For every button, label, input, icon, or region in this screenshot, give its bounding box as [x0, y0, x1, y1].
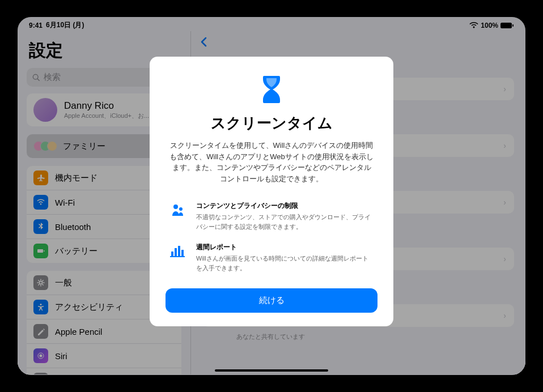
svg-rect-21 — [171, 252, 173, 256]
home-indicator[interactable] — [215, 369, 328, 372]
feature-desc: Willさんが画面を見ている時間についての詳細な週間レポートを入手できます。 — [196, 254, 374, 272]
svg-rect-23 — [178, 246, 180, 256]
feature-restrictions: コンテンツとプライバシーの制限 不適切なコンテンツ、ストアでの購入やダウンロード… — [166, 201, 377, 231]
screentime-modal: スクリーンタイム スクリーンタイムを使用して、Willさんのデバイスの使用時間も… — [150, 57, 393, 326]
modal-description: スクリーンタイムを使用して、Willさんのデバイスの使用時間も含めて、Willさ… — [166, 140, 377, 184]
feature-desc: 不適切なコンテンツ、ストアでの購入やダウンロード、プライバシーに関する設定を制限… — [196, 212, 374, 231]
svg-rect-22 — [175, 248, 177, 256]
svg-point-20 — [179, 207, 183, 211]
continue-button[interactable]: 続ける — [166, 288, 377, 313]
feature-report: 週間レポート Willさんが画面を見ている時間についての詳細な週間レポートを入手… — [166, 242, 377, 272]
hourglass-icon — [166, 74, 377, 105]
screen: 9:41 6月10日 (月) 100% 設定 検索 — [18, 17, 525, 375]
family-restrictions-icon — [169, 201, 187, 231]
ipad-frame: 9:41 6月10日 (月) 100% 設定 検索 — [5, 5, 538, 387]
bar-chart-icon — [169, 242, 187, 272]
modal-overlay: スクリーンタイム スクリーンタイムを使用して、Willさんのデバイスの使用時間も… — [18, 17, 525, 375]
feature-title: コンテンツとプライバシーの制限 — [196, 201, 374, 211]
svg-rect-24 — [181, 250, 184, 256]
modal-title: スクリーンタイム — [166, 113, 377, 133]
svg-point-19 — [173, 204, 178, 209]
svg-rect-25 — [170, 256, 185, 257]
feature-title: 週間レポート — [196, 242, 374, 252]
